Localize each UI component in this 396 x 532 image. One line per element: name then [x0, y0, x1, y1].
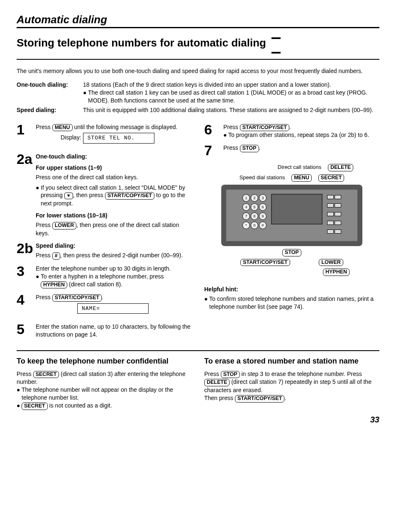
- title-rule-icon: [271, 29, 281, 58]
- page-title-text: Storing telephone numbers for automatic …: [17, 37, 266, 49]
- step-6: 6 Press START/COPY/SET. ●To program othe…: [204, 122, 379, 139]
- intro-paragraph: The unit's memory allows you to use both…: [17, 67, 379, 75]
- step-2a: 2a One-touch dialing: For upper stations…: [17, 152, 192, 237]
- stop-key: STOP: [221, 371, 240, 378]
- step-number: 3: [17, 264, 36, 288]
- step-number: 4: [17, 293, 36, 318]
- page-title: Storing telephone numbers for automatic …: [17, 29, 379, 60]
- left-column: 1 Press MENU until the following message…: [17, 122, 192, 343]
- step-3: 3 Enter the telephone number up to 30 di…: [17, 264, 192, 288]
- lower-key: LOWER: [319, 259, 343, 266]
- step-1: 1 Press MENU until the following message…: [17, 122, 192, 148]
- menu-key: MENU: [52, 124, 73, 132]
- def-body: 18 stations (Each of the 9 direct statio…: [83, 81, 379, 105]
- step-2b: 2b Speed dialing: Press #, then press th…: [17, 241, 192, 260]
- hyphen-key: HYPHEN: [41, 281, 67, 289]
- panel-screen-icon: [271, 194, 323, 225]
- page-number: 33: [17, 414, 379, 425]
- secret-key: SECRET: [318, 174, 345, 182]
- confidential-section: To keep the telephone number confidentia…: [17, 357, 192, 410]
- def-body: This unit is equipped with 100 additiona…: [83, 106, 379, 114]
- step-number: 1: [17, 122, 36, 148]
- start-key: START/COPY/SET: [52, 294, 102, 302]
- step-number: 2b: [17, 241, 36, 260]
- station-keys-icon: [327, 194, 342, 237]
- step-number: 5: [17, 322, 36, 339]
- stop-key: STOP: [240, 145, 259, 152]
- fax-panel-illustration: 123 456 789 *0#: [221, 185, 362, 246]
- step-number: 7: [204, 143, 223, 157]
- step-number: 6: [204, 122, 223, 139]
- helpful-hint: Helpful hint: ●To confirm stored telepho…: [204, 286, 379, 311]
- step-4: 4 Press START/COPY/SET. NAME=: [17, 293, 192, 318]
- control-panel-diagram: Direct call stations DELETE Speed dial s…: [204, 162, 379, 277]
- delete-key: DELETE: [204, 379, 230, 386]
- hyphen-key: HYPHEN: [323, 268, 350, 276]
- hash-key: #: [52, 252, 60, 260]
- definition-onetouch: One-touch dialing: 18 stations (Each of …: [17, 81, 379, 105]
- section-heading: Automatic dialing: [17, 12, 379, 28]
- step-7: 7 Press STOP.: [204, 143, 379, 157]
- lcd-display: STORE TEL NO.: [83, 133, 154, 144]
- start-key: START/COPY/SET: [235, 395, 284, 403]
- secret-key: SECRET: [33, 371, 59, 378]
- lower-key: LOWER: [52, 222, 77, 229]
- right-column: 6 Press START/COPY/SET. ●To program othe…: [204, 122, 379, 343]
- menu-key: MENU: [291, 174, 312, 182]
- definition-speed: Speed dialing: This unit is equipped wit…: [17, 106, 379, 114]
- step-5: 5 Enter the station name, up to 10 chara…: [17, 322, 192, 339]
- numeric-keypad-icon: 123 456 789 *0#: [242, 194, 267, 230]
- stop-key: STOP: [282, 249, 301, 256]
- down-arrow-key: ▼: [64, 193, 73, 199]
- step-number: 2a: [17, 152, 36, 237]
- delete-key: DELETE: [328, 164, 353, 171]
- def-label: One-touch dialing:: [17, 81, 83, 105]
- secret-key: SECRET: [22, 403, 48, 410]
- lcd-display: NAME=: [77, 303, 149, 314]
- start-key: START/COPY/SET: [240, 259, 290, 266]
- erase-section: To erase a stored number and station nam…: [204, 357, 379, 410]
- start-key: START/COPY/SET: [240, 124, 289, 132]
- def-label: Speed dialing:: [17, 106, 83, 114]
- start-key: START/COPY/SET: [105, 192, 154, 200]
